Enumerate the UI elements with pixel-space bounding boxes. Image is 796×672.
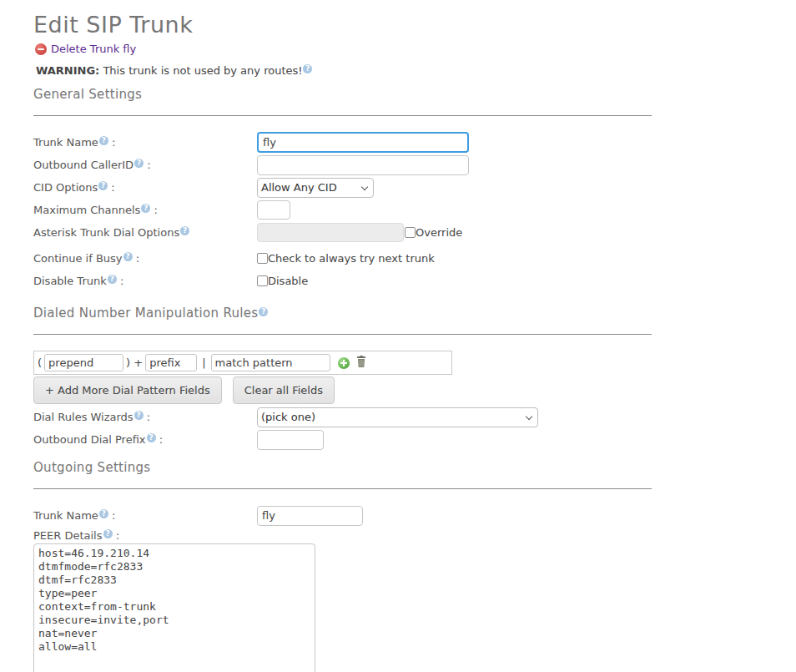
outbound-callerid-input[interactable] — [257, 155, 469, 175]
add-more-dial-pattern-fields-button[interactable]: + Add More Dial Pattern Fields — [33, 376, 222, 404]
help-icon[interactable]: ? — [259, 307, 268, 316]
trunk-name-input[interactable] — [257, 132, 469, 153]
help-icon[interactable]: ? — [99, 136, 108, 145]
continue-if-busy-checkbox[interactable] — [257, 253, 268, 264]
section-divider — [33, 488, 652, 489]
dial-rules-wizards-row: Dial Rules Wizards? : (pick one) — [33, 407, 652, 427]
dial-pattern-row: ( ) + | — [33, 351, 452, 375]
dial-options-row: Asterisk Trunk Dial Options? Override — [33, 222, 652, 243]
help-icon[interactable]: ? — [103, 529, 113, 538]
disable-trunk-checkbox-label[interactable]: Disable — [257, 275, 308, 287]
help-icon[interactable]: ? — [147, 433, 156, 442]
disable-trunk-row: Disable Trunk? : Disable — [33, 270, 652, 291]
outgoing-settings-form: Trunk Name? : PEER Details? : host=46.19… — [33, 505, 652, 672]
outbound-dial-prefix-label: Outbound Dial Prefix? : — [33, 433, 257, 446]
maximum-channels-label: Maximum Channels? : — [33, 204, 257, 216]
outgoing-trunk-name-row: Trunk Name? : — [33, 505, 652, 526]
close-paren-plus: ) + — [126, 356, 143, 369]
continue-if-busy-label: Continue if Busy? : — [33, 252, 257, 265]
dial-rules-wizards-label: Dial Rules Wizards? : — [33, 411, 257, 423]
peer-details-textarea[interactable]: host=46.19.210.14 dtmfmode=rfc2833 dtmf=… — [33, 543, 315, 672]
maximum-channels-input[interactable] — [257, 200, 290, 220]
pipe-separator: | — [202, 356, 205, 369]
disable-trunk-checkbox[interactable] — [257, 275, 268, 286]
warning-text: This trunk is not used by any routes! — [99, 64, 302, 77]
cid-options-select[interactable]: Allow Any CID — [257, 178, 374, 198]
section-general-settings: General Settings — [33, 87, 652, 102]
page-title: Edit SIP Trunk — [33, 12, 652, 38]
outbound-callerid-label: Outbound CallerID? : — [33, 159, 257, 171]
prepend-input[interactable] — [44, 354, 123, 371]
trunk-name-row: Trunk Name? : — [33, 132, 652, 153]
warning-message: WARNING: This trunk is not used by any r… — [36, 64, 652, 77]
open-paren: ( — [38, 356, 42, 369]
outgoing-trunk-name-label: Trunk Name? : — [33, 509, 257, 522]
help-icon[interactable]: ? — [134, 159, 144, 168]
trash-icon[interactable] — [355, 356, 367, 371]
edit-sip-trunk-page: Edit SIP Trunk Delete Trunk fly WARNING:… — [0, 0, 796, 672]
maximum-channels-row: Maximum Channels? : — [33, 200, 652, 220]
outbound-callerid-row: Outbound CallerID? : — [33, 154, 652, 175]
help-icon[interactable]: ? — [98, 181, 108, 190]
clear-all-fields-button[interactable]: Clear all Fields — [233, 376, 335, 404]
general-settings-form: Trunk Name? : Outbound CallerID? : CID O… — [33, 132, 652, 291]
outbound-dial-prefix-input[interactable] — [257, 430, 324, 450]
delete-trunk-row: Delete Trunk fly — [35, 43, 652, 55]
match-pattern-input[interactable] — [211, 354, 330, 371]
cid-options-label: CID Options? : — [33, 181, 257, 194]
help-icon[interactable]: ? — [303, 64, 312, 73]
section-divider — [33, 334, 652, 335]
dial-options-label: Asterisk Trunk Dial Options? — [33, 226, 257, 239]
continue-if-busy-checkbox-label[interactable]: Check to always try next trunk — [257, 252, 435, 265]
override-checkbox-label[interactable]: Override — [405, 226, 462, 239]
help-icon[interactable]: ? — [180, 226, 189, 235]
trunk-name-label: Trunk Name? : — [33, 136, 257, 149]
warning-label: WARNING: — [36, 64, 99, 77]
pattern-buttons-row: + Add More Dial Pattern Fields Clear all… — [33, 376, 652, 404]
cid-options-row: CID Options? : Allow Any CID — [33, 177, 652, 198]
section-outgoing-settings: Outgoing Settings — [33, 460, 652, 475]
disable-trunk-label: Disable Trunk? : — [33, 275, 257, 287]
help-icon[interactable]: ? — [99, 509, 108, 518]
dial-rules-wizards-select[interactable]: (pick one) — [257, 407, 538, 427]
continue-if-busy-row: Continue if Busy? : Check to always try … — [33, 248, 652, 269]
prefix-input[interactable] — [145, 354, 197, 371]
help-icon[interactable]: ? — [134, 411, 144, 420]
section-divider — [33, 115, 652, 116]
delete-minus-icon[interactable] — [35, 43, 47, 55]
peer-details-label: PEER Details? : — [33, 529, 652, 542]
override-checkbox[interactable] — [405, 227, 416, 238]
section-dialed-rules: Dialed Number Manipulation Rules? — [33, 306, 652, 321]
delete-trunk-link[interactable]: Delete Trunk fly — [51, 43, 136, 55]
help-icon[interactable]: ? — [108, 275, 117, 284]
add-pattern-icon[interactable] — [338, 357, 350, 369]
help-icon[interactable]: ? — [123, 252, 133, 261]
outbound-dial-prefix-row: Outbound Dial Prefix? : — [33, 429, 652, 450]
dial-options-input — [257, 223, 404, 242]
outgoing-trunk-name-input[interactable] — [257, 506, 363, 526]
help-icon[interactable]: ? — [141, 204, 150, 213]
